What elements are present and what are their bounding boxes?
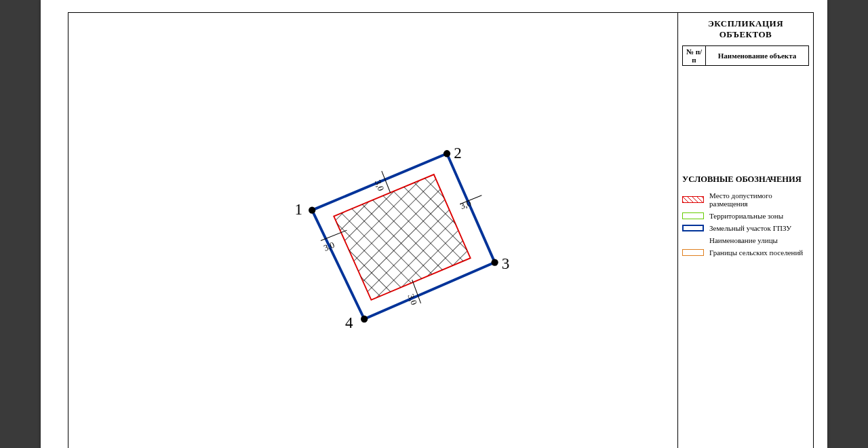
svg-point-11 bbox=[491, 259, 498, 265]
exp-col-num: № п/п bbox=[683, 46, 706, 66]
explication-title: ЭКСПЛИКАЦИЯ ОБЪЕКТОВ bbox=[682, 18, 809, 40]
side-panel: ЭКСПЛИКАЦИЯ ОБЪЕКТОВ № п/п Наименование … bbox=[677, 13, 813, 448]
swatch-orange-icon bbox=[682, 249, 704, 256]
legend-label: Границы сельских поселений bbox=[709, 248, 803, 257]
plot-svg: 3,0 3,0 3,0 3,0 1 2 3 4 bbox=[68, 13, 677, 448]
point-4-label: 4 bbox=[345, 314, 353, 331]
legend-label: Место допустимого размещения bbox=[709, 191, 809, 208]
offset-label: 3,0 bbox=[322, 240, 336, 253]
svg-point-10 bbox=[443, 150, 450, 157]
svg-point-12 bbox=[361, 316, 368, 322]
explication-table: № п/п Наименование объекта bbox=[682, 45, 809, 66]
plan-drawing: 3,0 3,0 3,0 3,0 1 2 3 4 bbox=[68, 13, 677, 448]
legend-row: Наименование улицы bbox=[682, 236, 809, 244]
point-3-label: 3 bbox=[502, 255, 510, 272]
point-1-label: 1 bbox=[295, 200, 303, 218]
legend-title: УСЛОВНЫЕ ОБОЗНАЧЕНИЯ bbox=[682, 174, 809, 185]
drawing-frame: 3,0 3,0 3,0 3,0 1 2 3 4 ЭКСПЛИКАЦИЯ ОБЪЕ… bbox=[68, 12, 814, 448]
upper-area: 3,0 3,0 3,0 3,0 1 2 3 4 ЭКСПЛИКАЦИЯ ОБЪЕ… bbox=[68, 13, 813, 448]
legend-row: Место допустимого размещения bbox=[682, 191, 809, 208]
legend-label: Территориальные зоны bbox=[709, 212, 783, 220]
swatch-blue-icon bbox=[682, 225, 704, 231]
legend-row: Границы сельских поселений bbox=[682, 248, 809, 257]
exp-col-name: Наименование объекта bbox=[706, 46, 809, 66]
swatch-none-icon bbox=[682, 237, 704, 244]
svg-point-9 bbox=[309, 207, 315, 214]
swatch-red-icon bbox=[682, 196, 704, 203]
document-page: 3,0 3,0 3,0 3,0 1 2 3 4 ЭКСПЛИКАЦИЯ ОБЪЕ… bbox=[41, 0, 827, 448]
offset-label: 3,0 bbox=[406, 293, 419, 306]
legend-row: Земельный участок ГПЗУ bbox=[682, 224, 809, 232]
point-2-label: 2 bbox=[454, 144, 462, 162]
legend-label: Наименование улицы bbox=[709, 236, 778, 244]
legend-label: Земельный участок ГПЗУ bbox=[709, 224, 791, 232]
legend-row: Территориальные зоны bbox=[682, 212, 809, 220]
swatch-green-icon bbox=[682, 212, 704, 219]
